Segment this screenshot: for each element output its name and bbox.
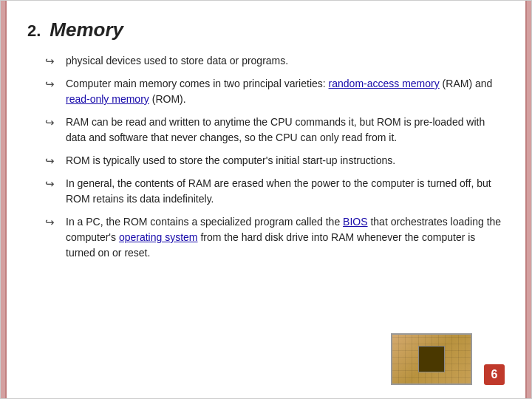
list-item: RAM can be read and written to anytime t… [45, 115, 505, 146]
list-item: ROM is typically used to store the compu… [45, 153, 505, 168]
chip-image-inner [392, 335, 471, 383]
operating-system-link[interactable]: operating system [119, 231, 198, 243]
bios-link[interactable]: BIOS [343, 216, 367, 228]
page-number-badge: 6 [484, 364, 505, 385]
bullet-list: physical devices used to store data or p… [27, 53, 505, 261]
page-header: 2. Memory [27, 18, 505, 41]
bullet-text: physical devices used to store data or p… [66, 55, 288, 66]
bullet-text: ROM is typically used to store the compu… [66, 154, 395, 166]
right-border-decoration [525, 1, 531, 398]
section-title: Memory [50, 18, 123, 41]
list-item: In a PC, the ROM contains a specialized … [45, 214, 505, 261]
left-border-decoration [1, 1, 7, 398]
bullet-text: Computer main memory comes in two princi… [66, 78, 492, 105]
list-item: physical devices used to store data or p… [45, 53, 505, 69]
random-access-memory-link[interactable]: random-access memory [329, 78, 440, 89]
bullet-text: RAM can be read and written to anytime t… [66, 116, 485, 143]
list-item: In general, the contents of RAM are eras… [45, 176, 505, 207]
section-number: 2. [27, 21, 41, 41]
bottom-area: 6 [391, 333, 505, 385]
chip-image [391, 333, 472, 385]
read-only-memory-link[interactable]: read-only memory [66, 93, 149, 105]
bullet-text: In a PC, the ROM contains a specialized … [66, 216, 501, 259]
chip-center [418, 346, 445, 372]
bullet-text: In general, the contents of RAM are eras… [66, 177, 491, 205]
slide-page: 2. Memory physical devices used to store… [0, 0, 532, 399]
list-item: Computer main memory comes in two princi… [45, 76, 505, 107]
